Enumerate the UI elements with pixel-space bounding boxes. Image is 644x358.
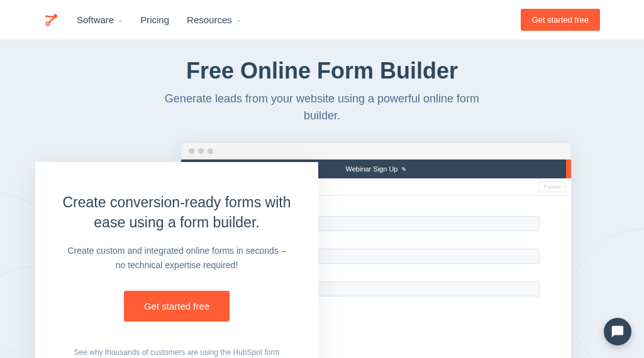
chat-icon (611, 325, 625, 339)
nav-left: Software ⌄ Pricing Resources ⌄ (44, 13, 241, 28)
get-started-button[interactable]: Get started free (521, 9, 600, 31)
chevron-down-icon: ⌄ (236, 16, 241, 23)
chat-widget-button[interactable] (604, 318, 631, 345)
window-dot-icon (189, 148, 194, 154)
browser-chrome-bar (181, 143, 571, 160)
svg-line-3 (49, 18, 54, 23)
nav-label: Resources (187, 14, 232, 25)
hubspot-logo-icon[interactable] (44, 13, 59, 28)
chevron-down-icon: ⌄ (118, 16, 123, 23)
pencil-icon[interactable]: ✎ (401, 166, 406, 173)
svg-point-2 (45, 15, 48, 18)
svg-point-1 (47, 22, 50, 25)
content-wrap: Webinar Sign Up ✎ Form Options Test Publ… (0, 143, 644, 358)
window-dot-icon (208, 148, 213, 154)
nav-item-software[interactable]: Software ⌄ (77, 14, 123, 25)
top-nav: Software ⌄ Pricing Resources ⌄ Get start… (0, 0, 644, 40)
promo-card: Create conversion-ready forms with ease … (35, 162, 318, 358)
nav-label: Software (77, 14, 114, 25)
nav-item-resources[interactable]: Resources ⌄ (187, 14, 241, 25)
hero-title: Free Online Form Builder (0, 58, 644, 84)
promo-cta-button[interactable]: Get started free (124, 291, 230, 322)
hero-section: Free Online Form Builder Generate leads … (0, 40, 644, 358)
nav-label: Pricing (140, 14, 169, 25)
promo-footer: See why thousands of customers are using… (62, 347, 292, 358)
accent-strip (566, 160, 571, 178)
app-header-title: Webinar Sign Up (346, 165, 398, 173)
hero-subtitle: Generate leads from your website using a… (146, 90, 498, 124)
publish-button[interactable]: Publish (538, 182, 566, 192)
window-dot-icon (198, 148, 204, 154)
promo-title: Create conversion-ready forms with ease … (62, 192, 292, 232)
nav-item-pricing[interactable]: Pricing (140, 14, 169, 25)
promo-description: Create custom and integrated online form… (62, 244, 292, 272)
